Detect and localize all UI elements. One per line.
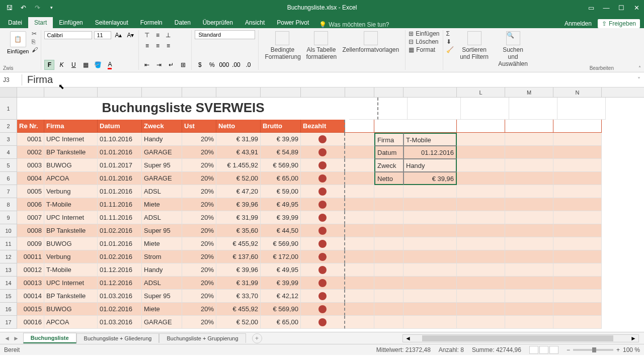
format-as-table-button[interactable]: Als Tabelle formatieren xyxy=(303,30,339,70)
cell[interactable]: € 172,00 xyxy=(261,250,301,263)
cell[interactable]: 0006 xyxy=(17,198,44,211)
cell[interactable]: Miete xyxy=(142,198,182,211)
cell[interactable] xyxy=(457,316,505,329)
maximize-icon[interactable]: ☐ xyxy=(614,0,629,15)
cell[interactable]: € 569,90 xyxy=(261,159,301,172)
cell[interactable] xyxy=(404,237,457,250)
cell[interactable] xyxy=(457,172,505,185)
cell[interactable] xyxy=(374,263,404,277)
cell[interactable] xyxy=(553,133,602,146)
cell[interactable] xyxy=(553,146,602,159)
clear-button[interactable]: 🧹 xyxy=(446,46,454,53)
cell[interactable] xyxy=(404,303,457,316)
cell[interactable]: Strom xyxy=(142,250,182,263)
cell[interactable]: 0005 xyxy=(17,185,44,198)
cell[interactable] xyxy=(553,211,602,224)
cell[interactable] xyxy=(345,303,374,316)
cell[interactable] xyxy=(457,185,505,198)
cell[interactable] xyxy=(345,133,374,146)
cell[interactable]: 01.11.2016 xyxy=(98,198,142,211)
cell[interactable]: € 31,99 xyxy=(216,133,261,146)
increase-decimal-icon[interactable]: .00 xyxy=(231,60,241,70)
paid-indicator[interactable] xyxy=(301,146,345,159)
cell[interactable]: Rechnung Nr. xyxy=(374,120,404,133)
number-format-select[interactable]: Standard xyxy=(195,30,255,39)
copy-icon[interactable]: ⎘ xyxy=(32,38,38,45)
align-center-icon[interactable]: ≡ xyxy=(152,41,163,51)
cell[interactable]: BP Tankstelle xyxy=(44,224,98,237)
col-header[interactable]: M xyxy=(505,87,553,97)
cell[interactable]: € 31,99 xyxy=(216,211,261,224)
cell[interactable] xyxy=(378,98,408,120)
cell[interactable] xyxy=(509,98,557,120)
increase-indent-icon[interactable]: ⇥ xyxy=(154,60,164,70)
horizontal-scrollbar[interactable]: ◄ ► xyxy=(403,334,639,342)
paid-indicator[interactable] xyxy=(301,185,345,198)
qat-dropdown-icon[interactable]: ▾ xyxy=(47,4,55,12)
cell[interactable]: € 52,00 xyxy=(216,316,261,329)
cell[interactable]: 12 xyxy=(404,120,457,133)
row-header[interactable]: 9 xyxy=(0,211,17,224)
cell[interactable]: 01.02.2016 xyxy=(98,303,142,316)
italic-button[interactable]: K xyxy=(56,60,66,70)
sheet-title[interactable]: Buchungsliste SVERWEIS xyxy=(17,98,349,120)
cell[interactable]: Firma xyxy=(44,120,98,133)
cell[interactable]: 00015 xyxy=(17,303,44,316)
cell[interactable]: BP Tankstelle xyxy=(44,290,98,303)
formula-bar[interactable]: Firma xyxy=(22,73,634,86)
cell[interactable] xyxy=(345,185,374,198)
cell[interactable]: € 52,00 xyxy=(216,172,261,185)
col-header[interactable] xyxy=(404,87,457,97)
cell[interactable] xyxy=(345,250,374,263)
cell[interactable]: € 39,99 xyxy=(261,277,301,290)
cell[interactable]: Bezahlt xyxy=(301,120,345,133)
scroll-left-icon[interactable]: ◄ xyxy=(403,335,413,342)
paid-indicator[interactable] xyxy=(301,316,345,329)
row-header[interactable]: 17 xyxy=(0,316,17,329)
sign-in-link[interactable]: Anmelden xyxy=(565,20,592,27)
cell[interactable] xyxy=(404,316,457,329)
cell[interactable]: € 39,96 xyxy=(216,263,261,277)
lookup-label[interactable]: Zweck xyxy=(374,159,404,172)
page-break-view-icon[interactable] xyxy=(549,346,558,354)
cell[interactable] xyxy=(345,198,374,211)
paid-indicator[interactable] xyxy=(301,133,345,146)
cell[interactable]: Zweck xyxy=(142,120,182,133)
cell[interactable] xyxy=(457,237,505,250)
tab-einfuegen[interactable]: Einfügen xyxy=(53,17,89,28)
cell[interactable] xyxy=(505,146,553,159)
lookup-value[interactable]: € 39,96 xyxy=(404,172,457,185)
fill-button[interactable]: ⬇ xyxy=(446,38,454,45)
cell[interactable] xyxy=(457,290,505,303)
cell[interactable] xyxy=(345,290,374,303)
redo-icon[interactable]: ↷ xyxy=(33,4,41,12)
cell[interactable] xyxy=(404,185,457,198)
insert-cells-button[interactable]: ⊞Einfügen xyxy=(409,30,439,37)
row-header[interactable]: 14 xyxy=(0,277,17,290)
cell[interactable]: 20% xyxy=(182,172,216,185)
cell[interactable]: 20% xyxy=(182,237,216,250)
cell[interactable] xyxy=(553,198,602,211)
cell[interactable] xyxy=(505,211,553,224)
cell[interactable]: 0007 xyxy=(17,211,44,224)
cell[interactable] xyxy=(553,172,602,185)
col-header[interactable] xyxy=(374,87,404,97)
cell[interactable] xyxy=(404,224,457,237)
cell[interactable] xyxy=(374,250,404,263)
cell[interactable]: Handy xyxy=(142,133,182,146)
row-header[interactable]: 4 xyxy=(0,146,17,159)
undo-icon[interactable]: ↶ xyxy=(19,4,27,12)
prev-sheet-icon[interactable]: ◄ xyxy=(4,335,10,342)
cell[interactable] xyxy=(505,198,553,211)
cell[interactable] xyxy=(505,263,553,277)
zoom-in-icon[interactable]: + xyxy=(616,346,620,353)
cell[interactable] xyxy=(505,290,553,303)
cell[interactable]: GARAGE xyxy=(142,146,182,159)
cell[interactable]: 20% xyxy=(182,146,216,159)
cell[interactable]: 01.10.2016 xyxy=(98,133,142,146)
cell[interactable]: 01.11.2016 xyxy=(98,211,142,224)
sheet-tab-3[interactable]: Buchungsliste + Gruppierung xyxy=(159,333,246,343)
cell[interactable] xyxy=(374,303,404,316)
align-bottom-icon[interactable]: ⊥ xyxy=(163,30,173,40)
cell[interactable] xyxy=(345,263,374,277)
